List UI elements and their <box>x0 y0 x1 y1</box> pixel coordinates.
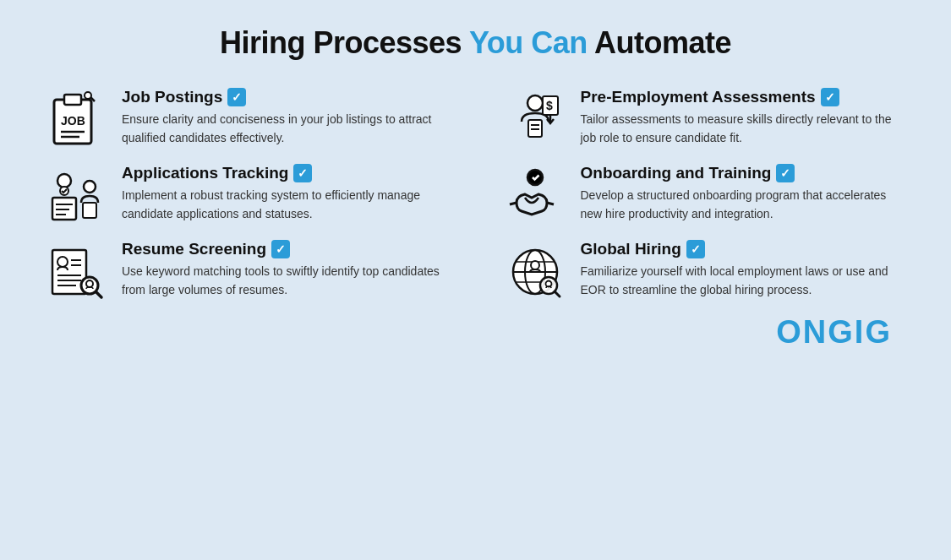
onboarding-icon <box>501 162 569 230</box>
title-part2: Automate <box>588 25 731 60</box>
global-hiring-text: Global Hiring ✓ Familiarize yourself wit… <box>581 238 910 299</box>
resume-screening-text: Resume Screening ✓ Use keyword matching … <box>122 238 451 299</box>
svg-line-23 <box>510 203 516 204</box>
svg-point-26 <box>57 257 68 267</box>
checkmark-icon: ✓ <box>227 88 246 106</box>
onboarding-text: Onboarding and Training ✓ Develop a stru… <box>581 162 910 223</box>
logo-row: ONGIG <box>42 314 909 351</box>
pre-employment-title: Pre-Employment Assessments ✓ <box>581 88 910 106</box>
global-hiring-desc: Familiarize yourself with local employme… <box>581 263 910 299</box>
applications-tracking-text: Applications Tracking ✓ Implement a robu… <box>122 162 451 223</box>
onboarding-desc: Develop a structured onboarding program … <box>581 187 910 223</box>
svg-point-22 <box>527 170 543 185</box>
global-hiring-icon <box>501 238 569 306</box>
job-posting-icon: JOB <box>42 86 110 154</box>
svg-point-7 <box>527 95 543 111</box>
job-postings-desc: Ensure clarity and conciseness in your j… <box>122 111 451 147</box>
checkmark-icon: ✓ <box>293 164 312 182</box>
title-part1: Hiring Processes <box>220 25 469 60</box>
svg-rect-1 <box>64 95 81 105</box>
svg-point-34 <box>86 280 93 287</box>
svg-point-6 <box>85 92 91 99</box>
applications-tracking-desc: Implement a robust tracking system to ef… <box>122 187 451 223</box>
svg-point-20 <box>84 181 96 193</box>
list-item: JOB Job Postings ✓ Ensure clarity and co… <box>42 86 451 154</box>
job-postings-title: Job Postings ✓ <box>122 88 451 106</box>
title-highlight: You Can <box>469 25 588 60</box>
svg-point-40 <box>531 261 539 269</box>
page-container: Hiring Processes You Can Automate JOB <box>0 0 951 560</box>
page-title: Hiring Processes You Can Automate <box>220 25 731 61</box>
list-item: Applications Tracking ✓ Implement a robu… <box>42 162 451 230</box>
items-grid: JOB Job Postings ✓ Ensure clarity and co… <box>42 86 909 306</box>
checkmark-icon: ✓ <box>821 88 839 106</box>
applications-tracking-title: Applications Tracking ✓ <box>122 164 451 182</box>
svg-line-33 <box>96 292 101 297</box>
list-item: $ Pre-Employment Assessments ✓ Tailor as… <box>501 86 910 154</box>
svg-text:$: $ <box>546 99 553 112</box>
list-item: Resume Screening ✓ Use keyword matching … <box>42 238 451 306</box>
list-item: Onboarding and Training ✓ Develop a stru… <box>501 162 910 230</box>
resume-icon <box>42 238 110 306</box>
global-hiring-title: Global Hiring ✓ <box>581 240 910 258</box>
checkmark-icon: ✓ <box>776 164 795 182</box>
svg-rect-21 <box>83 203 96 218</box>
resume-screening-title: Resume Screening ✓ <box>122 240 451 258</box>
list-item: Global Hiring ✓ Familiarize yourself wit… <box>501 238 910 306</box>
svg-point-14 <box>57 174 71 188</box>
resume-screening-desc: Use keyword matching tools to swiftly id… <box>122 263 451 299</box>
checkmark-icon: ✓ <box>686 240 705 258</box>
pre-employment-desc: Tailor assessments to measure skills dir… <box>581 111 910 147</box>
ongig-logo: ONGIG <box>776 314 892 351</box>
svg-line-24 <box>547 203 554 204</box>
svg-text:JOB: JOB <box>61 114 85 128</box>
job-postings-text: Job Postings ✓ Ensure clarity and concis… <box>122 86 451 147</box>
tracking-icon <box>42 162 110 230</box>
pre-employment-text: Pre-Employment Assessments ✓ Tailor asse… <box>581 86 910 147</box>
svg-line-42 <box>555 291 560 296</box>
checkmark-icon: ✓ <box>271 240 290 258</box>
assessment-icon: $ <box>501 86 569 154</box>
onboarding-title: Onboarding and Training ✓ <box>581 164 910 182</box>
